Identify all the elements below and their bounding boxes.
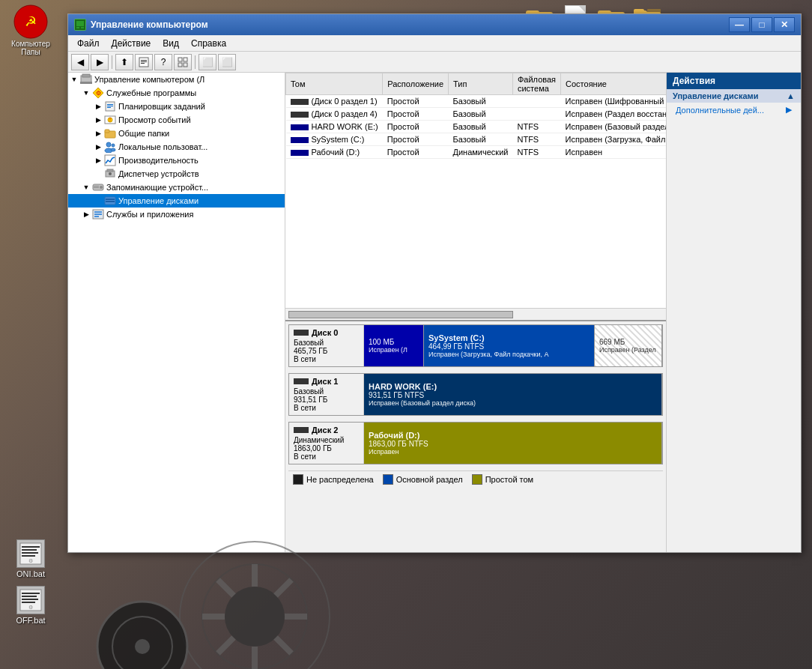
col-fs[interactable]: Файловая система [512,73,560,95]
tree-item-label-9: Службы и приложения [106,210,193,219]
legend-item-0: Не распределена [293,474,374,485]
toolbar-forward[interactable]: ▶ [91,54,109,70]
table-cell-location-1: Простой [383,108,449,121]
disk0-p2-status: Исправен (Раздел [599,346,657,354]
offbat-img: ⚙ [16,586,45,614]
legend-color-2 [472,474,482,485]
svg-rect-25 [107,107,111,108]
tree-item-3[interactable]: ▶ Общие папки [68,127,285,140]
toolbar-grid[interactable] [174,54,192,70]
computer-label: Компьютер Папы [4,40,58,56]
item8-icon [104,195,116,207]
offbat-icon[interactable]: ⚙ OFF.bat [4,586,58,625]
disk1-part0[interactable]: HARD WORK (E:) 931,51 ГБ NTFS Исправен (… [364,374,662,415]
right-panel: Том Расположение Тип Файловая система Со… [285,73,666,552]
actions-section[interactable]: Управление дисками ▲ [667,89,801,103]
tree-item-4[interactable]: ▶ Локальные пользоват... [68,140,285,154]
toolbar-up[interactable]: ⬆ [115,54,133,70]
tree-item-label-0: Служебные программы [106,88,196,97]
svg-point-33 [112,144,115,147]
maximize-button[interactable]: □ [751,17,772,32]
tree-item-2[interactable]: ▶ ! Просмотр событий [68,113,285,127]
item6-icon [104,168,116,180]
table-row[interactable]: (Диск 0 раздел 1)ПростойБазовыйИсправен … [286,95,667,108]
menu-file[interactable]: Файл [71,37,106,50]
svg-point-73 [97,602,187,669]
disk2-part0[interactable]: Рабочий (D:) 1863,00 ГБ NTFS Исправен [364,423,662,464]
item0-expander: ▼ [80,89,92,97]
col-status[interactable]: Состояние [561,73,666,95]
svg-rect-11 [141,61,147,62]
col-location[interactable]: Расположение [383,73,449,95]
table-area[interactable]: Том Расположение Тип Файловая система Со… [285,73,666,308]
action-item-0[interactable]: Дополнительные дей... ▶ [667,103,801,117]
col-tom[interactable]: Том [286,73,383,95]
toolbar-back[interactable]: ◀ [71,54,89,70]
table-cell-location-4: Простой [383,146,449,159]
menu-action[interactable]: Действие [106,37,157,50]
svg-rect-8 [81,27,84,28]
svg-line-70 [276,638,291,653]
disk0-part1[interactable]: SySystem (C:) 464,99 ГБ NTFS Исправен (З… [424,325,595,366]
svg-line-72 [218,638,234,653]
h-scrollbar[interactable] [285,308,666,320]
toolbar-extra2[interactable]: ⬜ [218,54,236,70]
table-row[interactable]: (Диск 0 раздел 4)ПростойБазовыйИсправен … [286,108,667,121]
item2-icon: ! [104,114,116,126]
menu-view[interactable]: Вид [157,37,185,50]
disk1-status: В сети [294,404,359,412]
close-button[interactable]: ✕ [774,17,795,32]
disk0-size: 465,75 ГБ [294,347,359,355]
item5-expander: ▶ [92,157,104,164]
disk1-size: 931,51 ГБ [294,396,359,404]
tree-item-1[interactable]: ▶ Планировщик заданий [68,100,285,113]
tree-item-label-3: Общие папки [118,129,169,138]
table-row[interactable]: Рабочий (D:)ПростойДинамическийNTFSИспра… [286,146,667,159]
legend-item-2: Простой том [472,474,533,485]
onibat-icon[interactable]: ⚙ ONI.bat [4,539,58,578]
disk0-p0-status: Исправен (Л [369,346,419,354]
table-cell-status-4: Исправен [561,146,666,159]
computer-desktop-icon[interactable]: ☭ Компьютер Папы [4,4,58,56]
disk2-partitions: Рабочий (D:) 1863,00 ГБ NTFS Исправен [364,423,662,464]
menu-help[interactable]: Справка [185,37,232,50]
tree-item-9[interactable]: ▶ Службы и приложения [68,208,285,221]
table-row[interactable]: HARD WORK (E:)ПростойБазовыйNTFSИсправен… [286,121,667,133]
tree-root[interactable]: ▼ Управление компьютером (Л [68,73,285,86]
col-type[interactable]: Тип [449,73,513,95]
tree-item-6[interactable]: Диспетчер устройств [68,167,285,181]
item3-icon [104,127,116,139]
item7-expander: ▼ [80,184,92,191]
svg-rect-60 [22,602,35,603]
tree-item-label-2: Просмотр событий [118,115,191,124]
tree-item-7[interactable]: ▼ Запоминающие устройст... [68,181,285,194]
svg-text:!: ! [109,117,111,122]
tree-item-5[interactable]: ▶ Производительность [68,154,285,167]
table-header-row: Том Расположение Тип Файловая система Со… [286,73,667,95]
tree-item-0[interactable]: ▼ ⚙ Служебные программы [68,86,285,100]
minimize-button[interactable]: — [729,17,750,32]
svg-rect-57 [22,593,40,594]
svg-rect-15 [178,63,182,67]
table-row[interactable]: SySystem (C:)ПростойБазовыйNTFSИсправен … [286,133,667,146]
item2-expander: ▶ [92,116,104,124]
toolbar-help[interactable]: ? [154,54,172,70]
item4-icon [104,141,116,153]
toolbar-properties[interactable] [135,54,153,70]
tree-item-8[interactable]: Управление дисками [68,194,285,208]
action-label-0: Дополнительные дей... [676,106,764,115]
svg-rect-58 [22,596,37,597]
table-cell-fs-0 [512,95,560,108]
svg-rect-37 [107,169,113,172]
toolbar-extra1[interactable]: ⬜ [199,54,216,70]
window-icon [74,19,86,31]
action-arrow-0: ▶ [786,105,792,115]
disk0-part0[interactable]: 100 МБ Исправен (Л [364,325,424,366]
svg-text:⚙: ⚙ [28,558,33,563]
computer-icon-image: ☭ [13,4,49,40]
svg-rect-49 [94,216,99,217]
table-cell-name-3: SySystem (C:) [286,133,383,146]
item9-icon [92,208,104,220]
disk0-part2[interactable]: 669 МБ Исправен (Раздел [595,325,662,366]
disk-row-1: Диск 1 Базовый 931,51 ГБ В сети HARD WOR… [288,373,663,416]
